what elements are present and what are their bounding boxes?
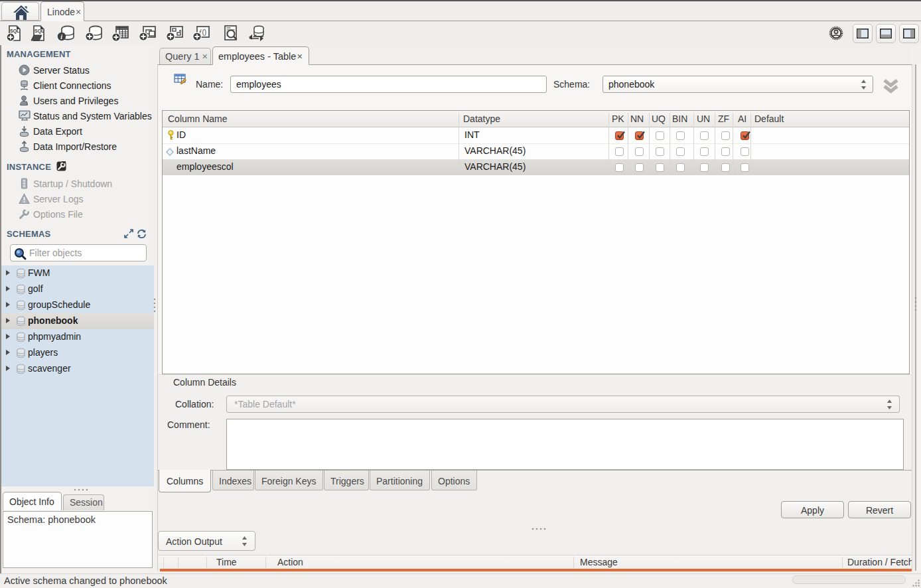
- svg-text:SQL: SQL: [10, 29, 20, 34]
- svg-text:SQL: SQL: [35, 29, 44, 34]
- svg-text:(): (): [202, 29, 207, 36]
- svg-text:i: i: [60, 33, 62, 40]
